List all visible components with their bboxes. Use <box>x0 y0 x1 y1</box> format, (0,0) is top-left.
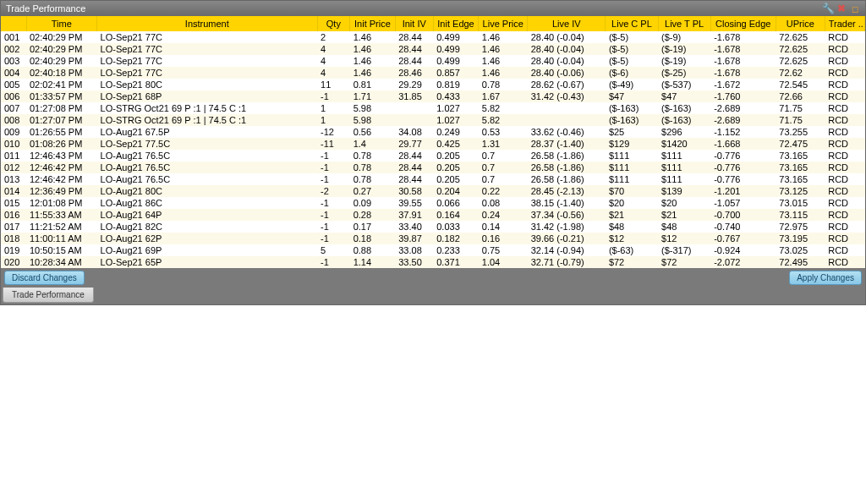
cell-ie: 1.027 <box>433 102 479 114</box>
cell-instr: LO-Sep21 65P <box>97 256 317 268</box>
footer-bar: Discard Changes Apply Changes <box>1 268 865 288</box>
cell-idx: 014 <box>1 185 26 197</box>
table-row[interactable]: 01910:50:15 AMLO-Aug21 69P50.8833.080.23… <box>1 244 865 256</box>
table-row[interactable]: 01412:36:49 PMLO-Aug21 80C-20.2730.580.2… <box>1 185 865 197</box>
cell-time: 02:40:29 PM <box>26 31 97 43</box>
cell-tr: RCD <box>825 138 864 150</box>
cell-idx: 009 <box>1 126 26 138</box>
col-init-price[interactable]: Init Price <box>350 16 396 31</box>
col-qty[interactable]: Qty <box>317 16 350 31</box>
table-row[interactable]: 00502:02:41 PMLO-Sep21 80C110.8129.290.8… <box>1 79 865 90</box>
table-row[interactable]: 00102:40:29 PMLO-Sep21 77C21.4628.440.49… <box>1 31 865 43</box>
cell-lp: 0.7 <box>479 150 528 162</box>
cell-ie: 0.164 <box>433 209 479 221</box>
table-row[interactable]: 02010:28:34 AMLO-Sep21 65P-11.1433.500.3… <box>1 256 865 268</box>
col-live-t-pl[interactable]: Live T PL <box>658 16 710 31</box>
cell-ip: 1.46 <box>350 31 396 43</box>
col-index[interactable] <box>1 16 26 31</box>
cell-ltp: ($-19) <box>658 55 710 67</box>
cell-iv: 28.46 <box>395 67 433 79</box>
cell-tr: RCD <box>825 197 864 209</box>
col-live-c-pl[interactable]: Live C PL <box>606 16 658 31</box>
cell-lp: 1.46 <box>479 43 528 55</box>
cell-liv: 28.45 (-2.13) <box>528 185 606 197</box>
col-uprice[interactable]: UPrice <box>776 16 825 31</box>
cell-up: 73.025 <box>776 244 825 256</box>
cell-iv: 33.50 <box>395 256 433 268</box>
cell-instr: LO-Aug21 82C <box>97 221 317 233</box>
table-row[interactable]: 01811:00:11 AMLO-Aug21 62P-10.1839.870.1… <box>1 233 865 244</box>
cell-time: 11:55:33 AM <box>26 209 97 221</box>
cell-qty: -1 <box>317 197 350 209</box>
cell-tr: RCD <box>825 244 864 256</box>
tab-trade-performance[interactable]: Trade Performance <box>3 288 94 303</box>
cell-instr: LO-Sep21 77C <box>97 31 317 43</box>
cell-lcp: $72 <box>606 256 658 268</box>
cell-instr: LO-Aug21 86C <box>97 197 317 209</box>
col-live-iv[interactable]: Live IV <box>528 16 606 31</box>
col-trader[interactable]: Trader .. <box>825 16 864 31</box>
cell-tr: RCD <box>825 67 864 79</box>
table-row[interactable]: 00202:40:29 PMLO-Sep21 77C41.4628.440.49… <box>1 43 865 55</box>
cell-time: 01:33:57 PM <box>26 90 97 102</box>
cell-ce: -0.776 <box>710 162 776 173</box>
cell-qty: -1 <box>317 162 350 173</box>
cell-ltp: $21 <box>658 209 710 221</box>
cell-lcp: ($-5) <box>606 31 658 43</box>
table-row[interactable]: 00302:40:29 PMLO-Sep21 77C41.4628.440.49… <box>1 55 865 67</box>
table-row[interactable]: 00801:27:07 PMLO-STRG Oct21 69 P :1 | 74… <box>1 114 865 126</box>
cell-ip: 0.78 <box>350 173 396 185</box>
col-init-iv[interactable]: Init IV <box>395 16 433 31</box>
cell-ie: 0.205 <box>433 162 479 173</box>
cell-tr: RCD <box>825 233 864 244</box>
cell-ce: -1.201 <box>710 185 776 197</box>
cell-qty: 4 <box>317 43 350 55</box>
col-closing-edge[interactable]: Closing Edge <box>710 16 776 31</box>
cell-up: 72.625 <box>776 55 825 67</box>
discard-changes-button[interactable]: Discard Changes <box>4 271 85 285</box>
cell-ltp: $139 <box>658 185 710 197</box>
table-row[interactable]: 00701:27:08 PMLO-STRG Oct21 69 P :1 | 74… <box>1 102 865 114</box>
cell-ie: 0.182 <box>433 233 479 244</box>
cell-liv: 28.40 (-0.04) <box>528 31 606 43</box>
trade-table: Time Instrument Qty Init Price Init IV I… <box>1 16 865 268</box>
col-init-edge[interactable]: Init Edge <box>433 16 479 31</box>
table-row[interactable]: 01112:46:43 PMLO-Aug21 76.5C-10.7828.440… <box>1 150 865 162</box>
table-row[interactable]: 01512:01:08 PMLO-Aug21 86C-10.0939.550.0… <box>1 197 865 209</box>
cell-qty: 1 <box>317 102 350 114</box>
apply-changes-button[interactable]: Apply Changes <box>789 271 862 285</box>
cell-ltp: ($-163) <box>658 114 710 126</box>
cell-liv: 38.15 (-1.40) <box>528 197 606 209</box>
settings-icon[interactable]: 🔧 <box>823 3 833 14</box>
table-row[interactable]: 01001:08:26 PMLO-Sep21 77.5C-111.429.770… <box>1 138 865 150</box>
cell-tr: RCD <box>825 31 864 43</box>
table-row[interactable]: 01212:46:42 PMLO-Aug21 76.5C-10.7828.440… <box>1 162 865 173</box>
cell-time: 02:40:29 PM <box>26 43 97 55</box>
cell-qty: 4 <box>317 67 350 79</box>
cell-ip: 1.46 <box>350 67 396 79</box>
cell-tr: RCD <box>825 256 864 268</box>
col-instrument[interactable]: Instrument <box>97 16 317 31</box>
close-icon[interactable]: ✖ <box>836 3 847 14</box>
cell-up: 72.66 <box>776 90 825 102</box>
cell-lcp: ($-5) <box>606 43 658 55</box>
maximize-icon[interactable]: ◻ <box>850 3 860 14</box>
col-live-price[interactable]: Live Price <box>479 16 528 31</box>
table-row[interactable]: 00901:26:55 PMLO-Aug21 67.5P-120.5634.08… <box>1 126 865 138</box>
cell-ie: 0.371 <box>433 256 479 268</box>
cell-ie: 0.205 <box>433 173 479 185</box>
table-row[interactable]: 00402:40:18 PMLO-Sep21 77C41.4628.460.85… <box>1 67 865 79</box>
cell-iv: 31.85 <box>395 90 433 102</box>
cell-ie: 0.425 <box>433 138 479 150</box>
table-row[interactable]: 01611:55:33 AMLO-Aug21 64P-10.2837.910.1… <box>1 209 865 221</box>
cell-lp: 1.46 <box>479 55 528 67</box>
col-time[interactable]: Time <box>26 16 97 31</box>
cell-iv: 28.44 <box>395 162 433 173</box>
cell-liv: 28.40 (-0.06) <box>528 67 606 79</box>
cell-lp: 1.67 <box>479 90 528 102</box>
cell-iv <box>395 114 433 126</box>
table-row[interactable]: 00601:33:57 PMLO-Sep21 68P-11.7131.850.4… <box>1 90 865 102</box>
cell-ip: 0.78 <box>350 162 396 173</box>
table-row[interactable]: 01312:46:42 PMLO-Aug21 76.5C-10.7828.440… <box>1 173 865 185</box>
table-row[interactable]: 01711:21:52 AMLO-Aug21 82C-10.1733.400.0… <box>1 221 865 233</box>
